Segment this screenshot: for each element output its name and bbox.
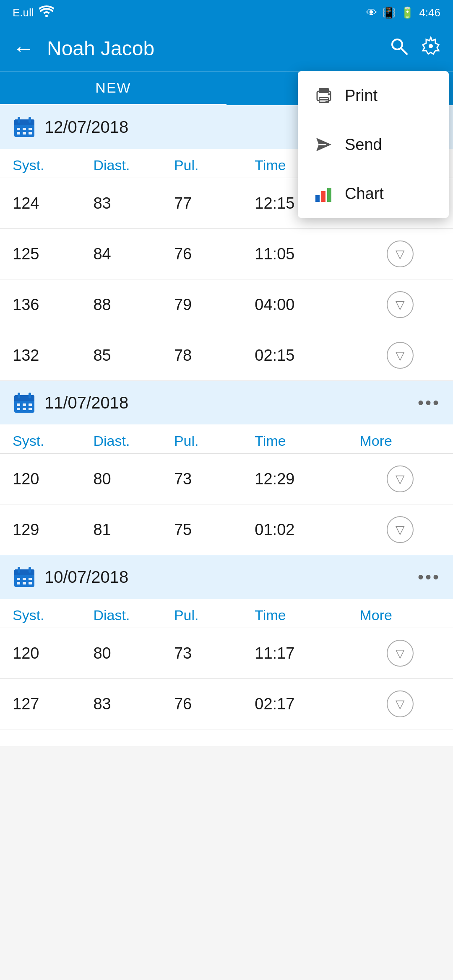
table-row: 120 80 73 11:17 ▽	[0, 628, 453, 679]
col-diast-3: Diast.	[93, 607, 174, 623]
expand-button[interactable]: ▽	[387, 240, 414, 267]
section-more-button-3[interactable]: •••	[418, 568, 440, 587]
back-button[interactable]: ←	[13, 36, 34, 61]
table-row: 136 88 79 04:00 ▽	[0, 279, 453, 330]
expand-button[interactable]: ▽	[387, 291, 414, 318]
col-pul-3: Pul.	[174, 607, 255, 623]
calendar-icon-3	[13, 565, 36, 589]
print-icon	[313, 85, 335, 106]
svg-rect-34	[17, 408, 20, 410]
settings-icon[interactable]	[421, 36, 440, 60]
syst-val: 120	[13, 644, 93, 662]
svg-rect-21	[23, 128, 26, 130]
syst-val: 125	[13, 245, 93, 263]
time-val: 11:05	[255, 245, 359, 263]
expand-button[interactable]: ▽	[387, 465, 414, 492]
col-syst-2: Syst.	[13, 433, 93, 449]
syst-val: 120	[13, 470, 93, 488]
svg-rect-8	[320, 101, 325, 102]
diast-val: 85	[93, 346, 174, 365]
dropdown-chart[interactable]: Chart	[298, 169, 449, 218]
chevron-down-icon: ▽	[396, 349, 405, 362]
col-pul-1: Pul.	[174, 157, 255, 173]
time-val: 01:02	[255, 521, 359, 539]
diast-val: 80	[93, 470, 174, 488]
table-row: 129 81 75 01:02 ▽	[0, 504, 453, 555]
chevron-down-icon: ▽	[396, 247, 405, 261]
chevron-down-icon: ▽	[396, 523, 405, 537]
diast-val: 84	[93, 245, 174, 263]
table-header-3: Syst. Diast. Pul. Time More	[0, 599, 453, 628]
svg-rect-45	[17, 582, 20, 584]
page-title: Noah Jacob	[47, 37, 377, 60]
battery-icon: 🔋	[401, 6, 414, 19]
expand-button[interactable]: ▽	[387, 516, 414, 543]
send-icon	[313, 134, 335, 155]
svg-rect-20	[17, 128, 20, 130]
svg-rect-4	[319, 88, 329, 93]
expand-button[interactable]: ▽	[387, 640, 414, 667]
toolbar-actions	[389, 36, 440, 60]
date-header-3: 10/07/2018 •••	[0, 555, 453, 599]
col-more-2: More	[360, 433, 440, 449]
expand-button[interactable]: ▽	[387, 690, 414, 717]
table-row: 127 83 76 02:17 ▽	[0, 679, 453, 729]
send-label: Send	[345, 136, 382, 154]
svg-rect-41	[29, 567, 31, 573]
eye-status-icon: 👁	[366, 6, 377, 19]
pul-val: 73	[174, 470, 255, 488]
svg-rect-28	[14, 398, 34, 401]
col-time-3: Time	[255, 607, 359, 623]
search-icon[interactable]	[389, 36, 409, 60]
dropdown-print[interactable]: Print	[298, 71, 449, 120]
svg-rect-42	[17, 578, 20, 580]
chevron-down-icon: ▽	[396, 697, 405, 711]
svg-rect-43	[23, 578, 26, 580]
svg-rect-44	[29, 578, 32, 580]
svg-rect-33	[29, 403, 32, 406]
tab-new[interactable]: NEW	[0, 72, 226, 105]
svg-rect-36	[29, 408, 32, 410]
col-time-2: Time	[255, 433, 359, 449]
date-header-2: 11/07/2018 •••	[0, 381, 453, 424]
svg-rect-17	[14, 123, 34, 125]
table-header-2: Syst. Diast. Pul. Time More	[0, 424, 453, 454]
pul-val: 76	[174, 245, 255, 263]
svg-rect-25	[29, 132, 32, 134]
expand-button[interactable]: ▽	[387, 342, 414, 369]
table-row: 132 85 78 02:15 ▽	[0, 330, 453, 381]
toolbar: ← Noah Jacob	[0, 25, 453, 71]
syst-val: 129	[13, 521, 93, 539]
time-val: 12:29	[255, 470, 359, 488]
dropdown-send[interactable]: Send	[298, 120, 449, 169]
svg-rect-13	[321, 191, 325, 202]
pul-val: 77	[174, 194, 255, 212]
svg-rect-40	[18, 567, 20, 573]
calendar-icon-2	[13, 391, 36, 414]
svg-rect-35	[23, 408, 26, 410]
diast-val: 81	[93, 521, 174, 539]
col-more-3: More	[360, 607, 440, 623]
col-syst-1: Syst.	[13, 157, 93, 173]
time-val: 02:15	[255, 346, 359, 365]
syst-val: 127	[13, 695, 93, 713]
dropdown-menu: Print Send Chart	[298, 71, 449, 218]
diast-val: 83	[93, 194, 174, 212]
svg-rect-7	[320, 100, 328, 101]
svg-rect-22	[29, 128, 32, 130]
time-val: 04:00	[255, 296, 359, 314]
pul-val: 75	[174, 521, 255, 539]
time-display: 4:46	[419, 6, 440, 19]
svg-rect-24	[23, 132, 26, 134]
pul-val: 78	[174, 346, 255, 365]
svg-rect-6	[320, 98, 328, 99]
col-syst-3: Syst.	[13, 607, 93, 623]
col-pul-2: Pul.	[174, 433, 255, 449]
section-more-button-2[interactable]: •••	[418, 393, 440, 412]
status-left: E.ull	[13, 5, 54, 20]
time-val: 02:17	[255, 695, 359, 713]
status-right: 👁 📳 🔋 4:46	[366, 6, 440, 19]
svg-rect-31	[17, 403, 20, 406]
section-11072018: 11/07/2018 ••• Syst. Diast. Pul. Time Mo…	[0, 381, 453, 555]
chart-label: Chart	[345, 185, 384, 203]
